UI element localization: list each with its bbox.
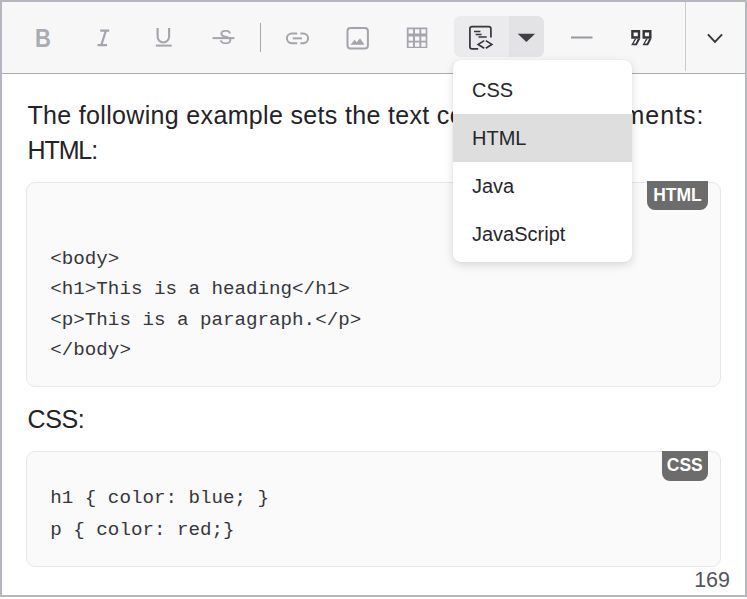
- svg-text:B: B: [35, 23, 51, 53]
- svg-text:S: S: [219, 25, 232, 48]
